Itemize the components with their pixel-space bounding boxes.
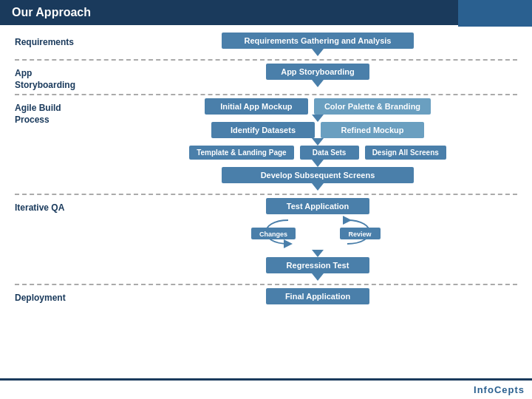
- requirements-label: Requirements: [15, 33, 103, 49]
- deployment-content: Final Application: [118, 288, 517, 304]
- refined-mockup-box: Refined Mockup: [321, 122, 424, 138]
- regression-arrow: [312, 273, 324, 281]
- agile-label: Agile BuildProcess: [15, 98, 103, 126]
- develop-subsequent-box: Develop Subsequent Screens: [222, 167, 414, 183]
- qa-content: Test Application Changes: [118, 198, 517, 281]
- deployment-label: Deployment: [15, 288, 103, 304]
- agile-level2: Identify Datasets Refined Mockup: [211, 122, 424, 138]
- storyboarding-content: App Storyboarding: [118, 64, 517, 87]
- requirements-content: Requirements Gathering and Analysis: [118, 33, 517, 56]
- separator-2: [15, 94, 517, 95]
- agile-level3: Template & Landing Page Data Sets Design…: [189, 146, 446, 160]
- final-application-box: Final Application: [266, 288, 369, 304]
- initial-mockup-box: Initial App Mockup: [205, 98, 308, 115]
- qa-label: Iterative QA: [15, 198, 103, 214]
- requirements-row: Requirements Requirements Gathering and …: [15, 33, 517, 56]
- agile-arrow1: [312, 115, 324, 122]
- footer-logo-main: Info: [474, 384, 494, 395]
- requirements-arrow: [312, 49, 324, 56]
- footer-logo: InfoCepts: [474, 384, 525, 395]
- identify-datasets-box: Identify Datasets: [211, 122, 315, 138]
- separator-4: [15, 284, 517, 285]
- requirements-box: Requirements Gathering and Analysis: [222, 33, 414, 49]
- agile-arrow4: [312, 183, 324, 191]
- agile-level1: Initial App Mockup Color Palette & Brand…: [205, 98, 431, 115]
- separator-3: [15, 194, 517, 195]
- qa-arrow: [312, 250, 324, 257]
- agile-arrow2: [312, 138, 324, 146]
- design-screens-box: Design All Screens: [365, 146, 446, 160]
- svg-text:Changes: Changes: [259, 231, 287, 238]
- agile-arrow3: [312, 160, 324, 167]
- agile-content: Initial App Mockup Color Palette & Brand…: [118, 98, 517, 191]
- storyboarding-box: App Storyboarding: [266, 64, 369, 80]
- deployment-row: Deployment Final Application: [15, 288, 517, 304]
- qa-cycle-svg: Changes Review: [244, 214, 392, 250]
- test-application-box: Test Application: [266, 198, 369, 214]
- separator-1: [15, 59, 517, 61]
- page-header: Our Approach: [0, 0, 532, 25]
- footer-logo-accent: Cepts: [494, 384, 525, 395]
- svg-text:Review: Review: [348, 231, 372, 238]
- color-palette-box: Color Palette & Branding: [314, 98, 431, 115]
- main-content: Requirements Requirements Gathering and …: [0, 25, 532, 312]
- template-landing-box: Template & Landing Page: [189, 146, 294, 160]
- agile-row: Agile BuildProcess Initial App Mockup Co…: [15, 98, 517, 191]
- storyboarding-row: AppStoryboarding App Storyboarding: [15, 64, 517, 91]
- qa-row: Iterative QA Test Application: [15, 198, 517, 281]
- regression-test-box: Regression Test: [266, 257, 369, 273]
- header-accent: [458, 0, 532, 27]
- data-sets-box: Data Sets: [300, 146, 359, 160]
- page-title: Our Approach: [12, 6, 91, 19]
- footer: InfoCepts: [0, 378, 532, 399]
- storyboarding-arrow: [312, 80, 324, 87]
- storyboarding-label: AppStoryboarding: [15, 64, 103, 91]
